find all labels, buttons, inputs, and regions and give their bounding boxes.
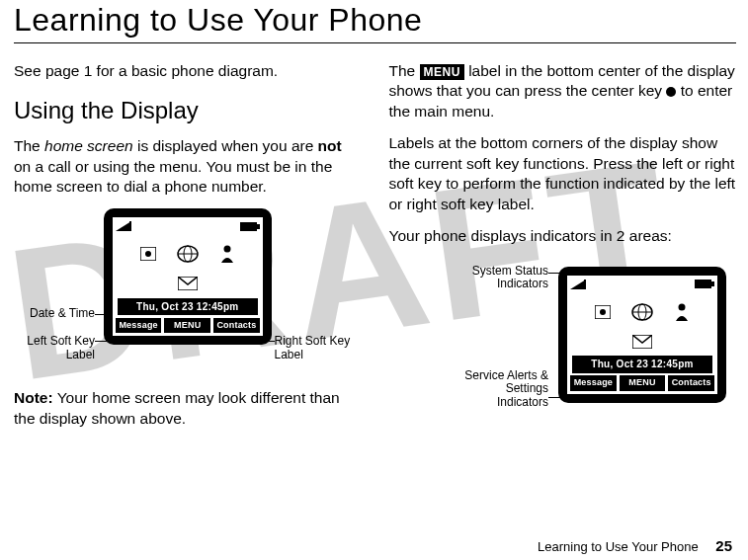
camera-icon <box>592 301 614 323</box>
globe-icon <box>627 299 657 325</box>
svg-rect-2 <box>240 222 257 231</box>
lead-line <box>95 341 113 342</box>
svg-point-5 <box>145 251 151 257</box>
callout-left-soft-key: Left Soft Key Label <box>14 335 95 362</box>
menu-label-para: The MENU label in the bottom center of t… <box>389 61 737 121</box>
text: Settings <box>506 381 548 395</box>
bold-not: not <box>318 137 342 154</box>
text: Service Alerts & <box>464 368 548 382</box>
signal-icon <box>116 221 131 231</box>
text: Indicators <box>497 395 548 409</box>
lead-line <box>548 273 560 274</box>
battery-icon <box>240 222 260 231</box>
svg-point-16 <box>600 309 606 315</box>
text: on a call or using the menu. You must be… <box>14 158 332 195</box>
left-column: See page 1 for a basic phone diagram. Us… <box>14 61 362 440</box>
callout-system-status: System Status Indicators <box>450 265 548 292</box>
term-home-screen: home screen <box>44 137 133 154</box>
page-number: 25 <box>715 537 732 554</box>
softkey-right: Contacts <box>213 318 260 334</box>
figure-indicators: Thu, Oct 23 12:45pm Message MENU Contact… <box>389 259 737 417</box>
envelope-icon <box>177 273 199 294</box>
datetime-bar: Thu, Oct 23 12:45pm <box>118 298 258 315</box>
signal-icon <box>570 280 586 289</box>
svg-marker-0 <box>116 221 131 231</box>
softkey-left: Message <box>116 318 162 334</box>
person-icon <box>671 301 693 323</box>
page-title: Learning to Use Your Phone <box>14 2 736 39</box>
text: Right Soft Key <box>275 334 351 348</box>
page-footer: Learning to Use Your Phone 25 <box>538 537 732 554</box>
status-bar <box>113 217 263 233</box>
phone-screen: Thu, Oct 23 12:45pm Message MENU Contact… <box>558 267 726 403</box>
indicators-para: Your phone displays indicators in 2 area… <box>389 226 737 246</box>
lead-line <box>95 314 113 315</box>
figure-home-screen: Thu, Oct 23 12:45pm Message MENU Contact… <box>14 208 362 382</box>
text: Label <box>275 348 303 361</box>
section-heading: Using the Display <box>14 95 362 126</box>
svg-rect-14 <box>711 281 714 286</box>
text: The <box>14 137 44 154</box>
menu-chip: MENU <box>420 64 464 80</box>
svg-rect-12 <box>584 280 586 289</box>
globe-icon <box>173 241 203 267</box>
softkey-center: MENU <box>164 318 210 334</box>
lead-line <box>548 397 560 398</box>
softkey-right: Contacts <box>668 375 714 391</box>
callout-date-time: Date & Time <box>14 307 95 321</box>
datetime-bar: Thu, Oct 23 12:45pm <box>572 356 712 372</box>
softkey-center: MENU <box>620 375 666 391</box>
camera-icon <box>137 243 159 265</box>
svg-rect-1 <box>129 221 131 231</box>
callout-right-soft-key: Right Soft Key Label <box>275 335 362 362</box>
intro-text: See page 1 for a basic phone diagram. <box>14 61 362 81</box>
svg-marker-11 <box>570 280 586 289</box>
callout-service-alerts: Service Alerts & Settings Indicators <box>440 369 548 410</box>
svg-rect-3 <box>257 224 260 229</box>
softkey-bar: Message MENU Contacts <box>570 375 714 391</box>
softkey-para: Labels at the bottom corners of the disp… <box>389 133 737 214</box>
status-bar <box>567 276 717 291</box>
text: Left Soft Key <box>27 334 95 348</box>
text: System Status <box>472 264 548 278</box>
title-rule <box>14 42 736 43</box>
footer-text: Learning to Use Your Phone <box>538 539 699 554</box>
softkey-bar: Message MENU Contacts <box>116 318 260 334</box>
softkey-left: Message <box>570 375 617 391</box>
text: is displayed when you are <box>133 137 318 154</box>
text: The <box>389 62 420 79</box>
battery-icon <box>695 280 714 288</box>
text: Label <box>66 348 95 361</box>
svg-point-20 <box>679 303 686 310</box>
note-label: Note: <box>14 389 53 406</box>
text: Indicators <box>497 277 548 290</box>
lead-line <box>257 341 275 342</box>
phone-screen: Thu, Oct 23 12:45pm Message MENU Contact… <box>104 208 272 345</box>
envelope-icon <box>631 331 653 353</box>
svg-point-9 <box>223 246 230 253</box>
person-icon <box>216 243 238 265</box>
center-key-icon <box>666 87 676 97</box>
svg-rect-13 <box>695 280 711 288</box>
text: Your home screen may look different than… <box>14 389 340 426</box>
note-text: Note: Your home screen may look differen… <box>14 388 362 429</box>
home-screen-para: The home screen is displayed when you ar… <box>14 136 362 197</box>
right-column: The MENU label in the bottom center of t… <box>389 61 737 440</box>
